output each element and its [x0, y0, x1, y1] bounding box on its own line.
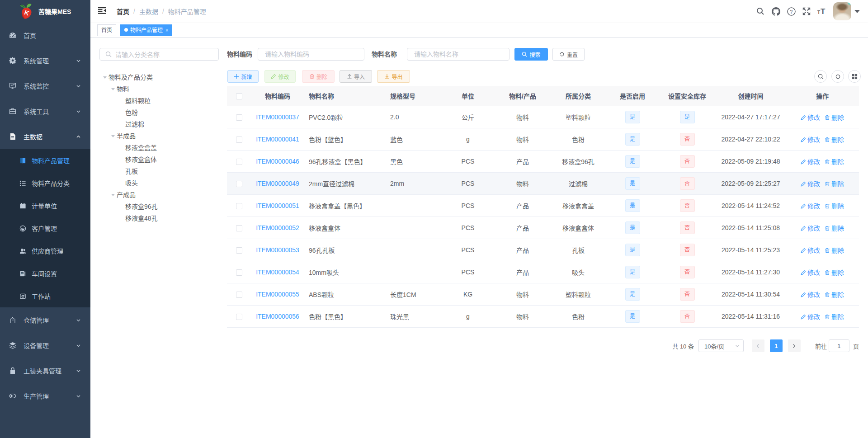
svg-text:?: ?	[790, 9, 793, 14]
svg-text:2F: 2F	[21, 272, 24, 274]
svg-text:T: T	[821, 7, 826, 15]
svg-text:T: T	[817, 10, 820, 15]
